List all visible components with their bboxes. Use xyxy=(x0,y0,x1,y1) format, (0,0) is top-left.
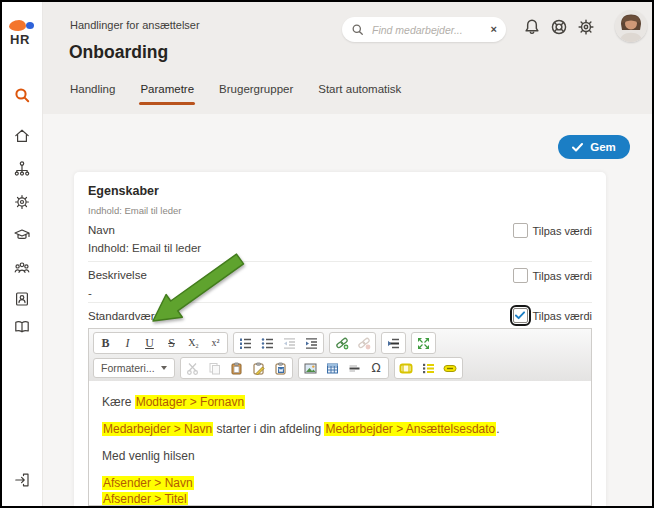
graduation-cap-icon xyxy=(13,226,31,244)
link-icon xyxy=(335,337,349,350)
ordered-list-button[interactable] xyxy=(235,334,256,352)
panel-title: Egenskaber xyxy=(88,184,159,198)
paste-button[interactable] xyxy=(226,359,247,377)
paste-as-text-button[interactable] xyxy=(248,359,269,377)
tilpas-vaerdi-toggle-standardvaerdi[interactable]: Tilpas værdi xyxy=(513,308,593,323)
toggle-label: Tilpas værdi xyxy=(533,310,593,322)
user-avatar[interactable] xyxy=(615,10,647,42)
outdent-button[interactable] xyxy=(279,334,300,352)
clear-search-button[interactable]: × xyxy=(491,24,497,35)
editor-paragraph: Med venlig hilsen xyxy=(102,448,578,464)
sidebar-item-home[interactable] xyxy=(13,127,31,145)
sidebar-item-recruitment[interactable] xyxy=(13,226,31,244)
field-value-navn: Indhold: Email til leder xyxy=(88,242,201,254)
field-list-button[interactable] xyxy=(418,359,439,377)
gear-icon xyxy=(576,17,596,37)
settings-button[interactable] xyxy=(576,17,596,37)
remove-link-button[interactable] xyxy=(353,334,374,352)
tab-handling[interactable]: Handling xyxy=(70,83,115,99)
sidebar-item-organisation[interactable] xyxy=(13,160,31,178)
avatar-photo xyxy=(615,10,647,42)
maximize-button[interactable] xyxy=(413,334,434,352)
insert-image-button[interactable] xyxy=(300,359,321,377)
cut-button[interactable] xyxy=(182,359,203,377)
notifications-button[interactable] xyxy=(522,17,542,37)
outdent-icon xyxy=(283,337,296,350)
active-tab-underline xyxy=(139,102,195,105)
sidebar-item-employees[interactable] xyxy=(13,259,31,277)
search-input[interactable] xyxy=(370,23,485,37)
sidebar-item-settings[interactable] xyxy=(13,193,31,211)
horizontal-rule-icon xyxy=(348,362,361,375)
field-label-navn: Navn xyxy=(88,224,115,236)
text-style-group: B I U S X₂ x² xyxy=(93,332,228,354)
text-run: . xyxy=(496,422,499,436)
toolbar-row-1: B I U S X₂ x² xyxy=(93,332,587,354)
subscript-button[interactable]: X₂ xyxy=(183,334,204,352)
logo-text: HR xyxy=(10,32,30,47)
merge-token-employee-name[interactable]: Medarbejder > Navn xyxy=(102,422,213,436)
checkbox-unchecked[interactable] xyxy=(513,268,528,283)
format-dropdown[interactable]: Formateri... xyxy=(93,358,175,378)
cut-icon xyxy=(186,362,199,375)
sidebar-item-handbook[interactable] xyxy=(13,318,31,336)
tab-brugergrupper[interactable]: Brugergrupper xyxy=(219,83,293,99)
people-group-icon xyxy=(13,259,31,277)
superscript-icon: x² xyxy=(212,338,220,348)
field-value-beskrivelse: - xyxy=(88,287,92,299)
sidebar-item-search[interactable] xyxy=(13,86,31,104)
paste-from-word-button[interactable] xyxy=(270,359,291,377)
maximize-icon xyxy=(417,337,430,350)
bold-icon: B xyxy=(101,337,109,349)
merge-token-sender-title[interactable]: Afsender > Titel xyxy=(102,492,188,505)
field-label-beskrivelse: Beskrivelse xyxy=(88,269,147,281)
merge-token-sender-name[interactable]: Afsender > Navn xyxy=(102,476,194,490)
merge-token-icon xyxy=(443,362,457,375)
text-run: Med venlig hilsen xyxy=(102,449,195,463)
superscript-button[interactable]: x² xyxy=(205,334,226,352)
insert-link-button[interactable] xyxy=(331,334,352,352)
checkbox-checked[interactable] xyxy=(513,308,528,323)
tab-start-automatisk[interactable]: Start automatisk xyxy=(318,83,401,99)
sign-out-icon xyxy=(13,471,31,489)
editor-paragraph: Kære Modtager > Fornavn xyxy=(102,394,578,410)
italic-button[interactable]: I xyxy=(117,334,138,352)
underline-icon: U xyxy=(145,337,154,349)
tab-parametre[interactable]: Parametre xyxy=(140,83,194,99)
tilpas-vaerdi-toggle-navn[interactable]: Tilpas værdi xyxy=(513,223,593,238)
indent-icon xyxy=(305,337,318,350)
bullet-list-button[interactable] xyxy=(257,334,278,352)
editor-toolbar: B I U S X₂ x² xyxy=(89,329,591,382)
checkbox-unchecked[interactable] xyxy=(513,223,528,238)
check-icon xyxy=(515,311,525,320)
copy-button[interactable] xyxy=(204,359,225,377)
special-char-button[interactable]: Ω xyxy=(366,359,387,377)
bold-button[interactable]: B xyxy=(95,334,116,352)
image-icon xyxy=(304,362,317,375)
insert-field-button[interactable] xyxy=(396,359,417,377)
page-break-button[interactable] xyxy=(383,334,404,352)
merge-token-recipient-firstname[interactable]: Modtager > Fornavn xyxy=(135,395,245,409)
horizontal-rule-button[interactable] xyxy=(344,359,365,377)
toolbar-row-2: Formateri... xyxy=(93,357,587,379)
merge-field-icon xyxy=(399,362,413,375)
merge-token-employee-startdate[interactable]: Medarbejder > Ansættelsesdato xyxy=(324,422,496,436)
tilpas-vaerdi-toggle-beskrivelse[interactable]: Tilpas værdi xyxy=(513,268,593,283)
editor-content[interactable]: Kære Modtager > Fornavn Medarbejder > Na… xyxy=(89,381,591,505)
italic-icon: I xyxy=(126,337,130,349)
insert-table-button[interactable] xyxy=(322,359,343,377)
divider xyxy=(88,261,592,262)
indent-button[interactable] xyxy=(301,334,322,352)
divider xyxy=(88,302,592,303)
open-book-icon xyxy=(13,318,31,336)
sidebar-item-profile-card[interactable] xyxy=(13,290,31,308)
underline-button[interactable]: U xyxy=(139,334,160,352)
insert-token-button[interactable] xyxy=(440,359,461,377)
sidebar: HR xyxy=(2,2,43,506)
save-button[interactable]: Gem xyxy=(558,135,630,159)
copy-icon xyxy=(208,362,221,375)
omega-icon: Ω xyxy=(372,361,381,375)
sidebar-item-logout[interactable] xyxy=(13,471,31,489)
language-button[interactable] xyxy=(549,17,569,37)
strikethrough-button[interactable]: S xyxy=(161,334,182,352)
